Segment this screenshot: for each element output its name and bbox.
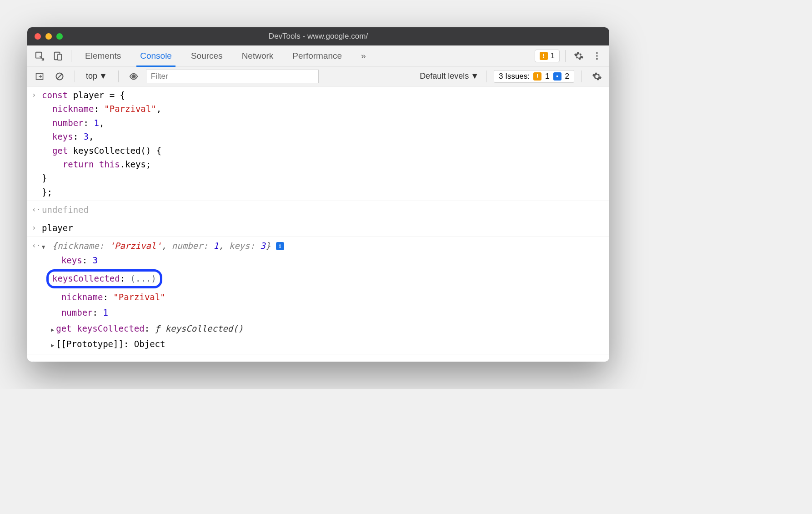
token-text: player = { [68, 90, 125, 100]
separator [581, 71, 582, 82]
inspect-element-icon[interactable] [32, 48, 47, 64]
titlebar: DevTools - www.google.com/ [27, 27, 609, 45]
token-keyword: get [52, 146, 68, 156]
clear-console-icon[interactable] [52, 69, 67, 84]
token-keyword: return [63, 159, 94, 169]
property-row-expandable[interactable]: get keysCollected: ƒ keysCollected() [51, 321, 605, 336]
token-keyword: const [42, 90, 68, 100]
tab-elements[interactable]: Elements [77, 45, 129, 66]
summary-value: 3 [260, 241, 265, 251]
separator [71, 50, 71, 62]
prompt-marker-icon: › [32, 357, 36, 362]
separator [486, 71, 486, 82]
token-property: nickname [52, 104, 94, 114]
summary-value: 1 [213, 241, 218, 251]
levels-label: Default levels [420, 71, 469, 81]
live-expression-icon[interactable] [126, 69, 141, 84]
svg-point-8 [132, 75, 135, 78]
tab-strip: Elements Console Sources Network Perform… [27, 45, 609, 66]
svg-point-4 [596, 55, 598, 57]
issues-warn-count: 1 [545, 72, 549, 81]
console-prompt[interactable]: › [27, 354, 609, 362]
settings-icon[interactable] [571, 48, 586, 64]
devtools-window: DevTools - www.google.com/ Elements Cons… [27, 27, 609, 362]
tab-performance[interactable]: Performance [284, 45, 350, 66]
object-properties: keys: 3 keysCollected: (...) nickname: "… [51, 252, 605, 352]
highlight-annotation: keysCollected: (...) [46, 269, 162, 288]
separator [75, 71, 75, 82]
code-block: const player = { nickname: "Parzival", n… [42, 88, 605, 199]
property-key: nickname [61, 292, 103, 302]
expand-toggle[interactable] [42, 241, 47, 251]
chevron-down-icon: ▼ [471, 71, 479, 81]
tab-more[interactable]: » [353, 45, 374, 66]
property-value: Object [134, 339, 165, 349]
property-row-expandable[interactable]: [[Prototype]]: Object [51, 336, 605, 352]
issues-info-count: 2 [565, 72, 569, 81]
separator [118, 71, 119, 82]
maximize-window-button[interactable] [56, 33, 63, 40]
property-value: 1 [103, 307, 108, 317]
svg-point-5 [596, 58, 598, 60]
chevron-down-icon: ▼ [99, 71, 107, 81]
token-string: "Parzival" [104, 104, 156, 114]
close-window-button[interactable] [35, 33, 41, 40]
property-row[interactable]: keys: 3 [51, 252, 605, 268]
function-name: keysCollected() [165, 323, 244, 333]
code-text: player [42, 223, 73, 233]
token-number: 3 [84, 131, 89, 141]
traffic-lights [35, 33, 63, 40]
output-marker-icon: ‹· [32, 204, 40, 216]
filter-input[interactable] [146, 70, 319, 83]
issues-badge[interactable]: ! 1 [535, 50, 560, 62]
svg-rect-2 [58, 54, 61, 60]
tab-console[interactable]: Console [132, 45, 180, 66]
property-row[interactable]: number: 1 [51, 305, 605, 320]
warning-icon: ! [533, 72, 541, 81]
property-key: keysCollected [52, 273, 120, 283]
window-title: DevTools - www.google.com/ [27, 32, 609, 41]
summary-value: 'Parzival' [110, 241, 161, 251]
property-value: "Parzival" [113, 292, 165, 302]
context-selector[interactable]: top ▼ [82, 70, 111, 83]
input-marker-icon: › [32, 222, 36, 234]
toggle-sidebar-icon[interactable] [32, 69, 47, 84]
issues-label: 3 Issues: [499, 72, 530, 81]
object-summary[interactable]: {nickname: 'Parzival', number: 1, keys: … [52, 241, 276, 251]
info-icon[interactable]: i [276, 242, 284, 250]
property-row-highlighted[interactable]: keysCollected: (...) [51, 268, 605, 289]
property-value: 3 [93, 255, 98, 265]
property-key: number [61, 307, 93, 317]
token-number: 1 [94, 118, 99, 128]
context-label: top [86, 71, 97, 81]
property-key: get keysCollected [56, 323, 144, 333]
token-text: keysCollected() { [68, 146, 161, 156]
summary-key: nickname: [57, 241, 104, 251]
warning-icon: ! [540, 52, 548, 60]
function-f-icon: ƒ [155, 323, 160, 333]
minimize-window-button[interactable] [45, 33, 52, 40]
more-menu-icon[interactable] [589, 48, 605, 64]
tab-network[interactable]: Network [234, 45, 282, 66]
token-this: this [99, 159, 120, 169]
property-row[interactable]: nickname: "Parzival" [51, 289, 605, 305]
token-text: .keys; [120, 159, 151, 169]
property-key: keys [61, 255, 82, 265]
brace: } [266, 241, 271, 251]
property-value-getter[interactable]: (...) [130, 273, 156, 283]
console-body: › const player = { nickname: "Parzival",… [27, 86, 609, 362]
separator [565, 50, 566, 62]
console-output-row: ‹· undefined [27, 201, 609, 219]
property-key: [[Prototype]] [56, 339, 124, 349]
log-levels-selector[interactable]: Default levels ▼ [420, 71, 479, 81]
info-icon: ▪ [553, 72, 561, 81]
device-toolbar-icon[interactable] [50, 48, 65, 64]
summary-key: keys: [229, 241, 255, 251]
token-text: } [42, 171, 605, 185]
input-marker-icon: › [32, 89, 36, 101]
brace: { [52, 241, 57, 251]
issues-summary[interactable]: 3 Issues: ! 1 ▪ 2 [494, 70, 574, 83]
console-settings-icon[interactable] [589, 69, 605, 84]
summary-key: number: [172, 241, 208, 251]
tab-sources[interactable]: Sources [183, 45, 231, 66]
